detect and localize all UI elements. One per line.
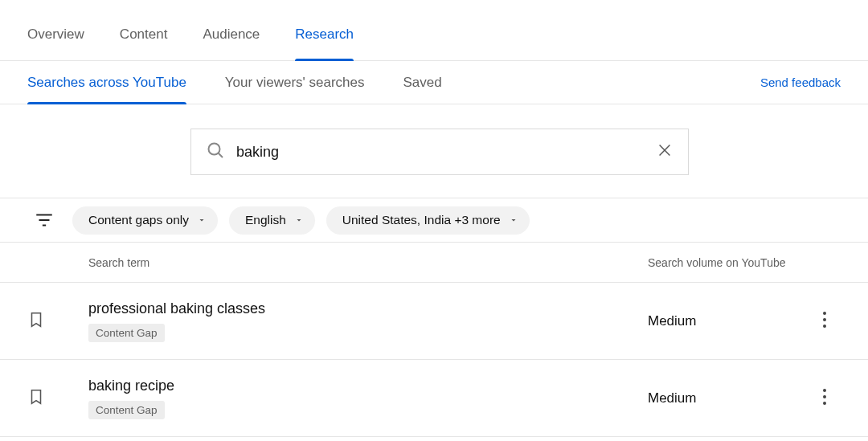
- search-box: [190, 129, 689, 175]
- result-term: baking recipe: [88, 378, 648, 394]
- chip-label: English: [245, 213, 286, 227]
- filter-region[interactable]: United States, India +3 more: [326, 206, 530, 235]
- svg-point-9: [823, 325, 826, 328]
- svg-point-8: [823, 318, 826, 321]
- filter-content-gaps[interactable]: Content gaps only: [72, 206, 218, 235]
- send-feedback-link[interactable]: Send feedback: [760, 76, 841, 89]
- row-menu-button[interactable]: [822, 388, 827, 409]
- clear-search-button[interactable]: [656, 141, 674, 162]
- search-section: [0, 104, 868, 198]
- filter-bar: Content gaps only English United States,…: [0, 198, 868, 243]
- tab-content[interactable]: Content: [120, 27, 168, 60]
- subtab-viewers-searches[interactable]: Your viewers' searches: [225, 62, 365, 104]
- more-vert-icon: [822, 317, 827, 331]
- filter-language[interactable]: English: [229, 206, 315, 235]
- results-header: Search term Search volume on YouTube: [0, 243, 868, 283]
- search-input[interactable]: [225, 144, 656, 161]
- chevron-down-icon: [294, 215, 304, 225]
- result-volume: Medium: [648, 390, 809, 406]
- tab-audience[interactable]: Audience: [203, 27, 260, 60]
- bookmark-button[interactable]: [27, 309, 45, 333]
- result-row: professional baking classes Content Gap …: [0, 283, 868, 360]
- svg-point-0: [209, 144, 220, 155]
- svg-point-11: [823, 395, 826, 398]
- column-search-term: Search term: [88, 256, 648, 269]
- content-gap-badge: Content Gap: [88, 324, 165, 342]
- search-icon: [206, 141, 225, 163]
- bookmark-icon: [27, 396, 45, 410]
- row-menu-button[interactable]: [822, 311, 827, 332]
- filter-icon[interactable]: [27, 210, 61, 231]
- result-volume: Medium: [648, 313, 809, 329]
- result-term: professional baking classes: [88, 300, 648, 317]
- chip-label: United States, India +3 more: [342, 213, 501, 227]
- more-vert-icon: [822, 394, 827, 408]
- bookmark-button[interactable]: [27, 386, 45, 410]
- subtab-searches-across-youtube[interactable]: Searches across YouTube: [27, 62, 186, 104]
- content-gap-badge: Content Gap: [88, 401, 165, 419]
- chevron-down-icon: [197, 215, 207, 225]
- column-search-volume: Search volume on YouTube: [648, 256, 809, 269]
- svg-point-10: [823, 389, 826, 392]
- tab-research[interactable]: Research: [295, 27, 354, 60]
- close-icon: [656, 141, 674, 162]
- subtab-saved[interactable]: Saved: [403, 62, 442, 104]
- svg-point-12: [823, 402, 826, 405]
- svg-point-7: [823, 312, 826, 315]
- svg-line-1: [219, 153, 223, 157]
- chip-label: Content gaps only: [88, 213, 189, 227]
- secondary-tab-bar: Searches across YouTube Your viewers' se…: [0, 61, 868, 104]
- primary-tab-bar: Overview Content Audience Research: [0, 0, 868, 61]
- chevron-down-icon: [509, 215, 518, 225]
- result-row: baking recipe Content Gap Medium: [0, 360, 868, 437]
- bookmark-icon: [27, 319, 45, 333]
- tab-overview[interactable]: Overview: [27, 27, 84, 60]
